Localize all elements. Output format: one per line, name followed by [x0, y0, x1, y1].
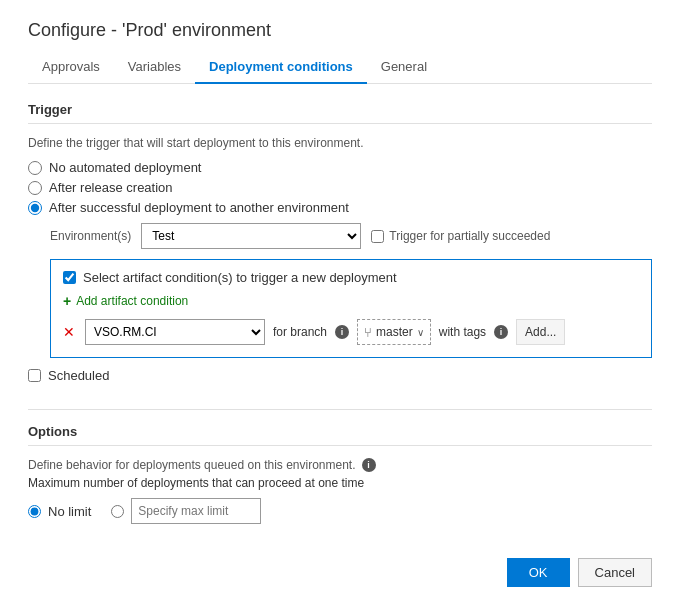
artifact-condition-label: Select artifact condition(s) to trigger … [83, 270, 397, 285]
options-description-text: Define behavior for deployments queued o… [28, 458, 356, 472]
specify-limit-input[interactable] [131, 498, 261, 524]
environment-select[interactable]: Test [141, 223, 361, 249]
branch-git-icon: ⑂ [364, 325, 372, 340]
tags-info-icon[interactable]: i [494, 325, 508, 339]
trigger-description: Define the trigger that will start deplo… [28, 136, 652, 150]
delete-artifact-icon[interactable]: ✕ [63, 324, 75, 340]
no-limit-radio[interactable] [28, 505, 41, 518]
artifact-condition-checkbox[interactable] [63, 271, 76, 284]
branch-chevron-icon: ∨ [417, 327, 424, 338]
trigger-no-auto-radio[interactable] [28, 161, 42, 175]
branch-value: master [376, 325, 413, 339]
trigger-after-successful-radio[interactable] [28, 201, 42, 215]
cancel-button[interactable]: Cancel [578, 558, 652, 587]
specify-limit-radio[interactable] [111, 505, 124, 518]
trigger-partial-checkbox[interactable] [371, 230, 384, 243]
tab-approvals[interactable]: Approvals [28, 53, 114, 84]
trigger-after-successful-row: After successful deployment to another e… [28, 200, 652, 215]
options-separator [28, 445, 652, 446]
trigger-section: Trigger Define the trigger that will sta… [28, 102, 652, 399]
environment-label: Environment(s) [50, 229, 131, 243]
trigger-divider [28, 123, 652, 124]
plus-icon: + [63, 293, 71, 309]
specify-limit-row [111, 498, 261, 524]
footer-buttons: OK Cancel [28, 548, 652, 587]
tab-general[interactable]: General [367, 53, 441, 84]
trigger-title: Trigger [28, 102, 652, 117]
tab-bar: Approvals Variables Deployment condition… [28, 53, 652, 84]
options-divider [28, 409, 652, 410]
no-limit-row: No limit [28, 504, 91, 519]
trigger-radio-group: No automated deployment After release cr… [28, 160, 652, 215]
trigger-partial-row: Trigger for partially succeeded [371, 229, 550, 243]
trigger-no-auto-row: No automated deployment [28, 160, 652, 175]
trigger-after-release-row: After release creation [28, 180, 652, 195]
options-limit-row: No limit [28, 498, 652, 524]
no-limit-label: No limit [48, 504, 91, 519]
dialog-title: Configure - 'Prod' environment [28, 20, 652, 41]
options-section: Options Define behavior for deployments … [28, 424, 652, 548]
trigger-partial-label: Trigger for partially succeeded [389, 229, 550, 243]
add-artifact-label: Add artifact condition [76, 294, 188, 308]
artifact-header: Select artifact condition(s) to trigger … [63, 270, 639, 285]
scheduled-row: Scheduled [28, 368, 652, 383]
with-tags-label: with tags [439, 325, 486, 339]
options-max-label: Maximum number of deployments that can p… [28, 476, 652, 490]
ok-button[interactable]: OK [507, 558, 570, 587]
scheduled-label: Scheduled [48, 368, 109, 383]
environment-row: Environment(s) Test Trigger for partiall… [50, 223, 652, 249]
options-title: Options [28, 424, 652, 439]
options-info-icon[interactable]: i [362, 458, 376, 472]
artifact-select[interactable]: VSO.RM.CI [85, 319, 265, 345]
scheduled-checkbox[interactable] [28, 369, 41, 382]
trigger-after-release-label: After release creation [49, 180, 173, 195]
add-artifact-button[interactable]: + Add artifact condition [63, 293, 639, 309]
trigger-after-successful-label: After successful deployment to another e… [49, 200, 349, 215]
trigger-no-auto-label: No automated deployment [49, 160, 201, 175]
branch-info-icon[interactable]: i [335, 325, 349, 339]
tab-deployment-conditions[interactable]: Deployment conditions [195, 53, 367, 84]
artifact-row: ✕ VSO.RM.CI for branch i ⑂ master ∨ with… [63, 319, 639, 345]
tab-variables[interactable]: Variables [114, 53, 195, 84]
add-tag-button[interactable]: Add... [516, 319, 565, 345]
configure-dialog: Configure - 'Prod' environment Approvals… [0, 0, 680, 599]
for-branch-label: for branch [273, 325, 327, 339]
branch-select[interactable]: ⑂ master ∨ [357, 319, 431, 345]
trigger-after-release-radio[interactable] [28, 181, 42, 195]
artifact-condition-box: Select artifact condition(s) to trigger … [50, 259, 652, 358]
options-description: Define behavior for deployments queued o… [28, 458, 652, 472]
